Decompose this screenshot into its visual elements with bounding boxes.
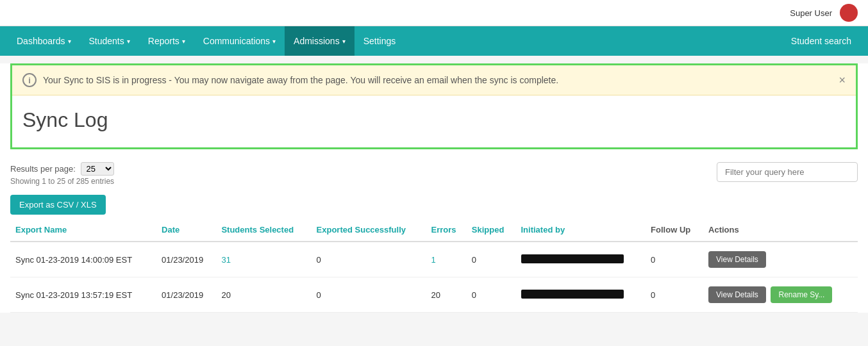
redacted-bar <box>521 254 624 263</box>
cell-follow-up: 0 <box>646 277 703 313</box>
sync-log-table: Export Name Date Students Selected Expor… <box>10 218 858 313</box>
top-bar: Super User <box>0 0 868 26</box>
chevron-down-icon: ▾ <box>68 38 71 45</box>
sync-log-table-wrapper: Export Name Date Students Selected Expor… <box>0 218 868 313</box>
table-row: Sync 01-23-2019 14:00:09 EST 01/23/2019 … <box>10 242 858 277</box>
nav-settings[interactable]: Settings <box>355 26 405 56</box>
cell-students-selected: 20 <box>216 277 311 313</box>
results-per-page: Results per page: 25 50 100 <box>10 162 117 176</box>
alert-message: Your Sync to SIS is in progress - You ma… <box>43 75 558 85</box>
nav-students[interactable]: Students ▾ <box>80 26 139 56</box>
col-students-selected[interactable]: Students Selected <box>216 218 311 242</box>
chevron-down-icon: ▾ <box>272 38 276 45</box>
redacted-bar <box>521 290 624 299</box>
chevron-down-icon: ▾ <box>182 38 185 45</box>
cell-initiated-by <box>516 277 646 313</box>
col-exported-successfully[interactable]: Exported Successfully <box>312 218 426 242</box>
col-export-name[interactable]: Export Name <box>10 218 156 242</box>
avatar <box>840 4 858 22</box>
sync-status-box: i Your Sync to SIS is in progress - You … <box>10 63 858 149</box>
col-date[interactable]: Date <box>156 218 216 242</box>
showing-text: Showing 1 to 25 of 285 entries <box>10 177 117 186</box>
main-content: i Your Sync to SIS is in progress - You … <box>0 63 868 313</box>
username-label: Super User <box>790 8 832 18</box>
per-page-select[interactable]: 25 50 100 <box>81 162 114 176</box>
col-initiated-by[interactable]: Initiated by <box>516 218 646 242</box>
nav-communications[interactable]: Communications ▾ <box>194 26 285 56</box>
cell-actions: View Details <box>703 242 858 277</box>
cell-actions: View Details Rename Sy... <box>703 277 858 313</box>
table-row: Sync 01-23-2019 13:57:19 EST 01/23/2019 … <box>10 277 858 313</box>
close-icon[interactable]: × <box>839 74 846 87</box>
view-details-button[interactable]: View Details <box>708 286 766 303</box>
cell-skipped: 0 <box>467 242 516 277</box>
cell-skipped: 0 <box>467 277 516 313</box>
cell-initiated-by <box>516 242 646 277</box>
chevron-down-icon: ▾ <box>342 38 346 45</box>
col-skipped[interactable]: Skipped <box>467 218 516 242</box>
controls-top: Results per page: 25 50 100 Showing 1 to… <box>0 157 868 191</box>
filter-input[interactable] <box>717 162 858 182</box>
sync-alert-banner: i Your Sync to SIS is in progress - You … <box>12 65 856 95</box>
cell-export-name: Sync 01-23-2019 13:57:19 EST <box>10 277 156 313</box>
cell-exported-successfully: 0 <box>312 242 426 277</box>
cell-date: 01/23/2019 <box>156 242 216 277</box>
cell-students-selected[interactable]: 31 <box>216 242 311 277</box>
info-icon: i <box>22 73 37 87</box>
nav-bar: Dashboards ▾ Students ▾ Reports ▾ Commun… <box>0 26 868 56</box>
rename-sync-button[interactable]: Rename Sy... <box>771 286 832 303</box>
page-title: Sync Log <box>12 95 856 147</box>
col-actions: Actions <box>703 218 858 242</box>
filter-controls <box>717 162 858 182</box>
cell-errors: 20 <box>426 277 467 313</box>
student-search-link[interactable]: Student search <box>782 36 860 46</box>
view-details-button[interactable]: View Details <box>708 251 766 268</box>
col-errors[interactable]: Errors <box>426 218 467 242</box>
cell-exported-successfully: 0 <box>312 277 426 313</box>
cell-export-name: Sync 01-23-2019 14:00:09 EST <box>10 242 156 277</box>
chevron-down-icon: ▾ <box>127 38 130 45</box>
nav-dashboards[interactable]: Dashboards ▾ <box>8 26 80 56</box>
cell-follow-up: 0 <box>646 242 703 277</box>
nav-admissions[interactable]: Admissions ▾ <box>285 26 355 56</box>
nav-reports[interactable]: Reports ▾ <box>139 26 194 56</box>
results-controls: Results per page: 25 50 100 Showing 1 to… <box>10 162 117 186</box>
table-header-row: Export Name Date Students Selected Expor… <box>10 218 858 242</box>
cell-errors[interactable]: 1 <box>426 242 467 277</box>
col-follow-up: Follow Up <box>646 218 703 242</box>
cell-date: 01/23/2019 <box>156 277 216 313</box>
export-csv-xls-button[interactable]: Export as CSV / XLS <box>10 195 106 215</box>
